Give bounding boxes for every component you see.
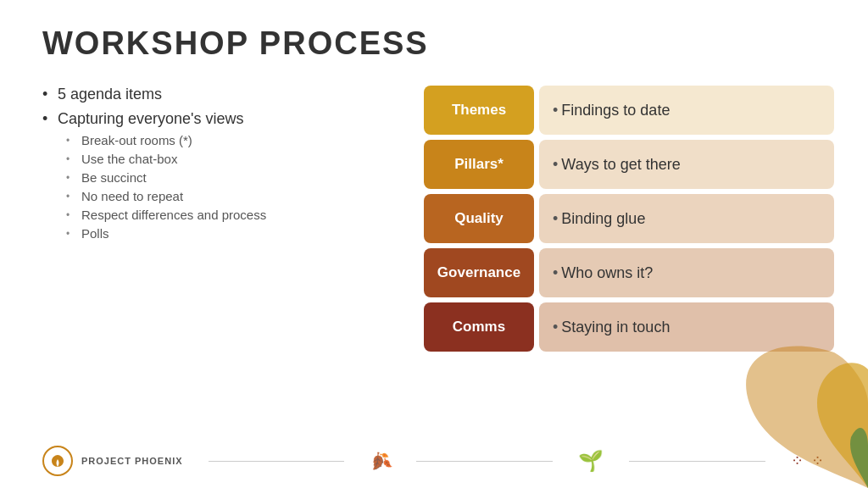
sub-bullet-0: Break-out rooms (*) (66, 133, 398, 147)
content-area: 5 agenda items Capturing everyone's view… (42, 86, 834, 352)
dots-icon: ⁘ ⁘ (791, 452, 826, 470)
label-governance: Governance (424, 248, 534, 297)
bullet-agenda-items: 5 agenda items (42, 86, 398, 103)
content-themes: Findings to date (539, 86, 834, 135)
sub-bullet-5: Polls (66, 226, 398, 241)
sub-bullet-2: Be succinct (66, 170, 398, 185)
agenda-row-themes: Themes Findings to date (424, 86, 834, 135)
leaf-icon: 🍂 (367, 447, 394, 474)
sub-bullet-4: Respect differences and process (66, 208, 398, 222)
sub-bullet-list: Break-out rooms (*) Use the chat-box Be … (66, 133, 398, 241)
footer-divider (209, 461, 345, 462)
sub-bullet-1: Use the chat-box (66, 152, 398, 166)
logo-text: PROJECT PHOENIX (81, 456, 183, 466)
label-themes: Themes (424, 86, 534, 135)
agenda-row-quality: Quality Binding glue (424, 194, 834, 243)
sprout-icon: 🌱 (578, 449, 604, 473)
slide: WORKSHOP PROCESS 5 agenda items Capturin… (0, 0, 868, 488)
content-pillars: Ways to get there (539, 140, 834, 189)
agenda-row-governance: Governance Who owns it? (424, 248, 834, 297)
footer-divider-2 (416, 461, 553, 462)
agenda-row-comms: Comms Staying in touch (424, 302, 834, 352)
logo-icon (42, 446, 73, 476)
sub-bullet-3: No need to repeat (66, 189, 398, 203)
footer-divider-3 (629, 461, 765, 462)
content-comms: Staying in touch (539, 302, 834, 352)
footer: PROJECT PHOENIX 🍂 🌱 ⁘ ⁘ (0, 446, 868, 476)
bullet-capturing-views: Capturing everyone's views Break-out roo… (42, 110, 398, 241)
label-pillars: Pillars* (424, 140, 534, 189)
agenda-row-pillars: Pillars* Ways to get there (424, 140, 834, 189)
content-governance: Who owns it? (539, 248, 834, 297)
main-bullet-list: 5 agenda items Capturing everyone's view… (42, 86, 398, 241)
logo-area: PROJECT PHOENIX (42, 446, 183, 476)
page-title: WORKSHOP PROCESS (42, 25, 834, 62)
label-comms: Comms (424, 302, 534, 352)
right-panel: Themes Findings to date Pillars* Ways to… (424, 86, 834, 352)
content-quality: Binding glue (539, 194, 834, 243)
label-quality: Quality (424, 194, 534, 243)
left-panel: 5 agenda items Capturing everyone's view… (42, 86, 398, 247)
